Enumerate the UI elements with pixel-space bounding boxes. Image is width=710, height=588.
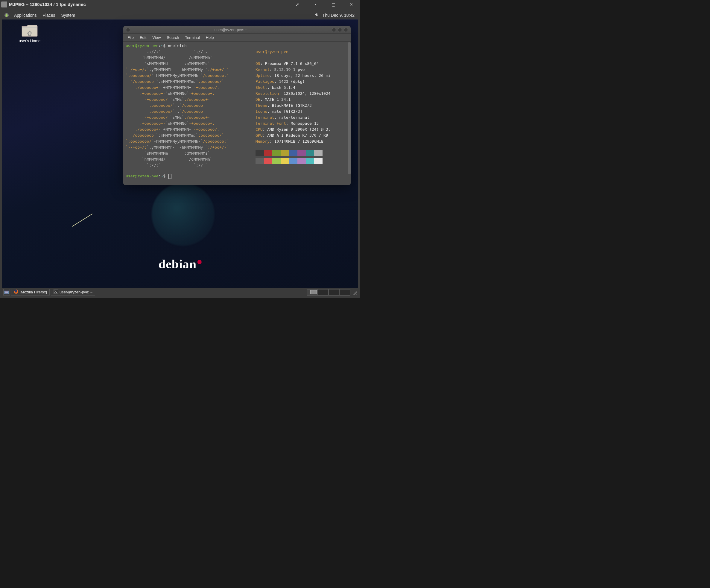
- bottom-panel: [Mozilla Firefox] user@ryzen-pve: ~: [2, 288, 358, 296]
- view-menu[interactable]: View: [149, 35, 164, 40]
- firefox-icon: [14, 289, 19, 295]
- home-icon-label: user's Home: [15, 39, 45, 43]
- expand-icon[interactable]: ⤢: [288, 0, 306, 9]
- edit-menu[interactable]: Edit: [137, 35, 149, 40]
- search-menu[interactable]: Search: [164, 35, 182, 40]
- mate-menu-icon[interactable]: [4, 13, 9, 18]
- desktop[interactable]: user's Home debian user@ryzen-pve: ~ Fil…: [2, 20, 358, 288]
- debian-logo: debian: [159, 257, 202, 271]
- taskbar-item-label: [Mozilla Firefox]: [20, 290, 47, 294]
- wallpaper-line: [72, 214, 93, 227]
- resize-grip-icon: [352, 290, 357, 295]
- close-button[interactable]: ✕: [342, 0, 360, 9]
- svg-rect-4: [53, 290, 58, 294]
- terminal-scrollbar[interactable]: [348, 42, 351, 185]
- clock[interactable]: Thu Dec 9, 18:42: [321, 13, 356, 18]
- maximize-button[interactable]: ▢: [324, 0, 342, 9]
- debian-swirl-icon: [197, 260, 202, 264]
- neofetch-output: user@ryzen-pve:~$ neofetch .://:` `://:.…: [126, 43, 345, 179]
- terminal-body[interactable]: user@ryzen-pve:~$ neofetch .://:` `://:.…: [123, 42, 348, 185]
- minimize-circle-button[interactable]: [332, 28, 336, 32]
- file-menu[interactable]: File: [124, 35, 137, 40]
- scrollbar-thumb[interactable]: [348, 42, 351, 174]
- folder-home-icon: [21, 23, 39, 38]
- taskbar-item-terminal[interactable]: user@ryzen-pve: ~: [51, 289, 95, 295]
- maximize-circle-button[interactable]: [338, 28, 342, 32]
- places-menu[interactable]: Places: [40, 13, 58, 18]
- terminal-menu[interactable]: Terminal: [182, 35, 203, 40]
- debian-logo-text: debian: [159, 257, 196, 271]
- system-menu[interactable]: System: [58, 13, 78, 18]
- terminal-titlebar[interactable]: user@ryzen-pve: ~: [123, 26, 351, 34]
- sound-icon[interactable]: [312, 12, 321, 18]
- outer-window-titlebar: MJPEG – 1280x1024 / 1 fps dynamic ⤢ • ▢ …: [0, 0, 360, 9]
- workspace-4[interactable]: [339, 289, 350, 295]
- svg-rect-2: [5, 291, 8, 293]
- minimize-button[interactable]: •: [306, 0, 324, 9]
- applications-menu[interactable]: Applications: [11, 13, 40, 18]
- workspace-3[interactable]: [329, 289, 339, 295]
- window-menu-icon[interactable]: [126, 28, 130, 32]
- terminal-window: user@ryzen-pve: ~ File Edit View Search …: [123, 26, 351, 185]
- top-panel: Applications Places System Thu Dec 9, 18…: [2, 11, 358, 20]
- outer-window-title: MJPEG – 1280x1024 / 1 fps dynamic: [9, 2, 288, 7]
- workspace-switcher[interactable]: [307, 289, 350, 295]
- taskbar-item-label: user@ryzen-pve: ~: [60, 290, 92, 294]
- terminal-menubar: File Edit View Search Terminal Help: [123, 34, 351, 42]
- help-menu[interactable]: Help: [203, 35, 217, 40]
- remote-desktop-viewport: Applications Places System Thu Dec 9, 18…: [0, 9, 360, 298]
- terminal-title: user@ryzen-pve: ~: [131, 27, 331, 32]
- wallpaper-swirl: [152, 183, 215, 246]
- viewer-icon: [1, 1, 7, 7]
- taskbar-item-firefox[interactable]: [Mozilla Firefox]: [11, 289, 50, 295]
- workspace-1[interactable]: [307, 289, 318, 295]
- home-desktop-icon[interactable]: user's Home: [15, 23, 45, 43]
- terminal-icon: [53, 290, 58, 295]
- close-circle-button[interactable]: [344, 28, 348, 32]
- workspace-2[interactable]: [318, 289, 329, 295]
- show-desktop-button[interactable]: [3, 289, 10, 295]
